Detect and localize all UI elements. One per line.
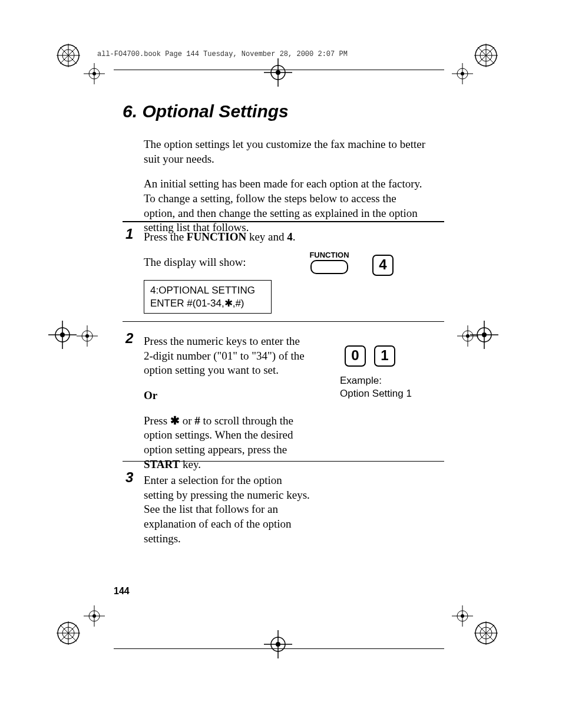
small-crosshair-icon (456, 324, 480, 348)
intro-p1: The option settings let you customize th… (144, 137, 427, 166)
numeric-key-4-icon: 4 (372, 255, 394, 276)
step-3-p1: Enter a selection for the option setting… (144, 473, 315, 546)
chapter-name: Optional Settings (142, 101, 288, 121)
text: . (293, 230, 296, 243)
small-crosshair-icon (451, 62, 474, 85)
divider (123, 461, 444, 462)
hash-key: # (194, 414, 200, 427)
text: key and (246, 230, 287, 243)
crosshair-icon (46, 318, 79, 351)
step-2-body: Press the numeric keys to enter the 2-di… (144, 334, 309, 483)
step-2-number: 2 (125, 330, 133, 347)
text: key. (180, 458, 201, 470)
text: Press the (144, 230, 187, 243)
text: Press (144, 414, 170, 427)
numeric-keys-01: 0 1 (345, 345, 401, 367)
step-2-p1: Press the numeric keys to enter the 2-di… (144, 334, 309, 378)
registration-mark-icon (473, 42, 499, 68)
crosshair-icon (262, 56, 295, 89)
chapter-number: 6. (123, 101, 137, 121)
example-line-1: Example: (340, 374, 412, 387)
registration-mark-icon (55, 620, 81, 646)
divider (123, 321, 444, 322)
star-key: ✱ (170, 414, 180, 427)
step-2-or: Or (144, 388, 309, 403)
step-1-line2: The display will show: (144, 255, 297, 270)
display-line-1: 4:OPTIONAL SETTING (150, 284, 265, 297)
registration-mark-icon (55, 42, 81, 68)
small-crosshair-icon (451, 604, 474, 628)
chapter-title: 6. Optional Settings (123, 101, 289, 121)
start-key: START (144, 458, 180, 470)
small-crosshair-icon (75, 324, 99, 348)
divider (123, 221, 444, 222)
key-4-text: 4 (287, 230, 293, 243)
numeric-key-1-icon: 1 (374, 345, 395, 367)
text: or (180, 414, 194, 427)
registration-mark-icon (473, 620, 499, 646)
function-key-label: FUNCTION (306, 251, 353, 259)
crosshair-icon (262, 628, 295, 661)
function-key-graphic: FUNCTION (306, 251, 353, 274)
step-1-body: Press the FUNCTION key and 4. The displa… (144, 230, 297, 314)
step-3-number: 3 (125, 469, 133, 486)
lcd-display-box: 4:OPTIONAL SETTING ENTER #(01-34,✱,#) (144, 280, 272, 314)
function-keyword: FUNCTION (187, 230, 246, 243)
step-3-body: Enter a selection for the option setting… (144, 473, 315, 546)
step-1-line1: Press the FUNCTION key and 4. (144, 230, 297, 245)
example-line-2: Option Setting 1 (340, 387, 412, 400)
function-key-icon (310, 260, 348, 274)
small-crosshair-icon (82, 604, 106, 628)
intro-p2: An initial setting has been made for eac… (144, 177, 427, 235)
display-line-2: ENTER #(01-34,✱,#) (150, 297, 265, 309)
print-header: all-FO4700.book Page 144 Tuesday, Novemb… (97, 50, 348, 58)
step-1-number: 1 (125, 226, 133, 242)
small-crosshair-icon (82, 62, 106, 85)
page-number: 144 (114, 586, 130, 597)
or-text: Or (144, 389, 157, 401)
numeric-key-0-icon: 0 (345, 345, 366, 367)
step-2-p2: Press ✱ or # to scroll through the optio… (144, 414, 309, 472)
example-caption: Example: Option Setting 1 (340, 374, 412, 400)
